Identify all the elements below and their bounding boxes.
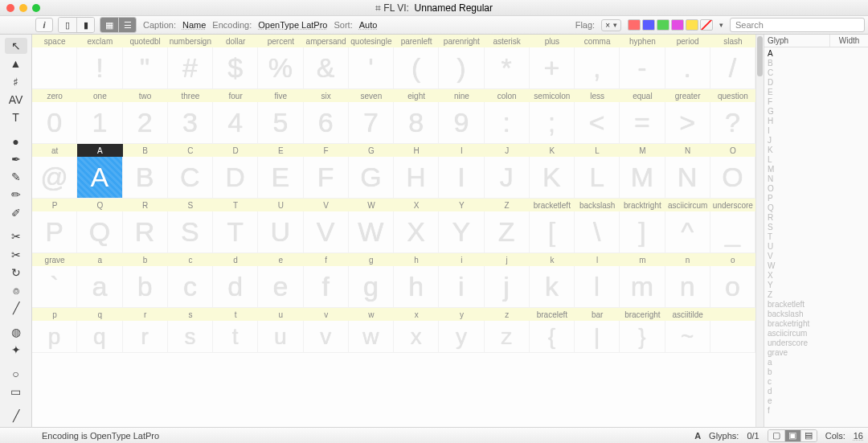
glyph-cell[interactable]: ? xyxy=(710,102,755,144)
glyph-list-item[interactable]: a xyxy=(768,358,865,367)
glyph-cell[interactable]: C xyxy=(168,157,213,199)
glyph-label[interactable]: L xyxy=(575,144,620,157)
status-cols-value[interactable]: 16 xyxy=(854,431,863,441)
glyph-label[interactable]: three xyxy=(168,89,213,102)
glyph-list-item[interactable]: J xyxy=(768,136,865,146)
glyph-label[interactable]: plus xyxy=(530,35,575,47)
flag-magenta[interactable] xyxy=(671,19,684,31)
glyph-cell[interactable]: 1 xyxy=(77,102,122,144)
glyph-label[interactable]: semicolon xyxy=(530,89,575,102)
encoding-value[interactable]: OpenType LatPro xyxy=(258,20,327,30)
glyph-label[interactable]: k xyxy=(530,253,575,266)
glyph-label[interactable]: p xyxy=(32,308,77,321)
glyph-list-item[interactable]: B xyxy=(768,59,865,68)
glyph-list-item[interactable]: P xyxy=(768,194,865,203)
glyph-list-item[interactable]: U xyxy=(768,242,865,252)
magnet-tool[interactable]: ⌾ xyxy=(5,282,27,298)
flag-more-icon[interactable]: ▾ xyxy=(719,21,723,29)
glyph-cell[interactable]: Q xyxy=(77,211,122,253)
glyph-label[interactable]: R xyxy=(123,199,168,211)
glyph-cell[interactable]: W xyxy=(349,211,394,253)
glyph-label[interactable]: r xyxy=(123,308,168,321)
glyph-label[interactable]: hyphen xyxy=(620,35,665,47)
glyph-label[interactable]: underscore xyxy=(710,199,755,211)
glyph-cell[interactable] xyxy=(710,321,755,353)
glyph-cell[interactable]: t xyxy=(213,321,258,353)
glyph-label[interactable]: c xyxy=(168,253,213,266)
glyph-label[interactable]: H xyxy=(394,144,439,157)
glyph-label[interactable]: parenright xyxy=(439,35,484,47)
glyph-label[interactable]: Y xyxy=(439,199,484,211)
glyph-list-item[interactable]: X xyxy=(768,271,865,281)
glyph-label[interactable]: a xyxy=(77,253,122,266)
glyph-label[interactable]: bracktright xyxy=(620,199,665,211)
glyph-list-item[interactable]: underscore xyxy=(768,338,865,348)
glyph-label[interactable]: space xyxy=(32,35,77,47)
glyph-cell[interactable]: ( xyxy=(394,47,439,89)
glyph-label[interactable]: h xyxy=(394,253,439,266)
glyph-label[interactable]: F xyxy=(304,144,349,157)
glyph-label[interactable]: x xyxy=(394,308,439,321)
glyph-cell[interactable]: m xyxy=(620,266,665,308)
glyph-cell[interactable]: / xyxy=(710,47,755,89)
glyph-cell[interactable]: - xyxy=(620,47,665,89)
glyph-label[interactable]: m xyxy=(620,253,665,266)
glyph-list-item[interactable]: G xyxy=(768,107,865,117)
glyph-cell[interactable]: A xyxy=(77,157,122,199)
glyph-label[interactable]: greater xyxy=(665,89,710,102)
glyph-list-item[interactable]: I xyxy=(768,126,865,136)
glyph-cell[interactable]: ^ xyxy=(665,211,710,253)
rapid-tool[interactable]: ✎ xyxy=(5,169,27,185)
flag-green[interactable] xyxy=(657,19,669,31)
glyph-label[interactable]: o xyxy=(710,253,755,266)
paint-tool[interactable]: ✦ xyxy=(5,342,27,358)
glyph-cell[interactable]: I xyxy=(439,157,484,199)
glyph-label[interactable]: asciicircum xyxy=(665,199,710,211)
glyph-cell[interactable]: K xyxy=(530,157,575,199)
glyph-list-item[interactable]: bracketleft xyxy=(768,300,865,310)
search-input[interactable]: Search xyxy=(730,18,865,32)
glyph-cell[interactable]: _ xyxy=(710,211,755,253)
glyph-cell[interactable]: , xyxy=(575,47,620,89)
glyph-list-item[interactable]: f xyxy=(768,406,865,416)
glyph-label[interactable]: j xyxy=(485,253,530,266)
glyph-label[interactable]: s xyxy=(168,308,213,321)
glyph-label[interactable] xyxy=(710,308,755,321)
info-button[interactable]: i xyxy=(35,18,53,32)
flag-clear[interactable]: ×▾ xyxy=(601,19,621,31)
status-view-segment[interactable]: ▢ ▣ ▤ xyxy=(768,429,817,442)
glyph-label[interactable]: braceleft xyxy=(530,308,575,321)
flag-yellow[interactable] xyxy=(686,19,698,31)
glyph-list-item[interactable]: W xyxy=(768,261,865,271)
glyph-label[interactable]: y xyxy=(439,308,484,321)
glyph-label[interactable]: i xyxy=(439,253,484,266)
glyph-cell[interactable]: N xyxy=(665,157,710,199)
glyph-label[interactable]: comma xyxy=(575,35,620,47)
glyph-label[interactable]: numbersign xyxy=(168,35,213,47)
scissors-tool[interactable]: ✂ xyxy=(5,246,27,262)
glyph-label[interactable]: less xyxy=(575,89,620,102)
glyph-cell[interactable]: | xyxy=(575,321,620,353)
glyph-list[interactable]: ABCDEFGHIJKLMNOPQRSTUVWXYZbracketleftbac… xyxy=(764,47,868,427)
glyph-list-item[interactable]: D xyxy=(768,78,865,88)
glyph-label[interactable]: zero xyxy=(32,89,77,102)
glyph-list-item[interactable]: E xyxy=(768,88,865,97)
knife-tool[interactable]: ✂ xyxy=(5,228,27,244)
glyph-label[interactable]: bracketleft xyxy=(530,199,575,211)
glyph-label[interactable]: bar xyxy=(575,308,620,321)
glyph-cell[interactable]: g xyxy=(349,266,394,308)
glyph-label[interactable]: q xyxy=(77,308,122,321)
glyph-list-item[interactable]: c xyxy=(768,377,865,387)
glyph-cell[interactable]: B xyxy=(123,157,168,199)
glyph-label[interactable]: E xyxy=(258,144,303,157)
glyph-label[interactable]: z xyxy=(485,308,530,321)
ruler-tool[interactable]: ╱ xyxy=(5,408,27,424)
glyph-cell[interactable]: [ xyxy=(530,211,575,253)
glyph-list-item[interactable]: asciicircum xyxy=(768,329,865,338)
view-mode-segment[interactable]: ▦ ☰ xyxy=(100,17,137,33)
rect-tool[interactable]: ▭ xyxy=(5,384,27,400)
glyph-list-item[interactable]: S xyxy=(768,223,865,232)
glyph-cell[interactable]: o xyxy=(710,266,755,308)
pointer-tool[interactable]: ↖ xyxy=(5,38,27,54)
glyph-list-item[interactable]: A xyxy=(768,49,865,59)
